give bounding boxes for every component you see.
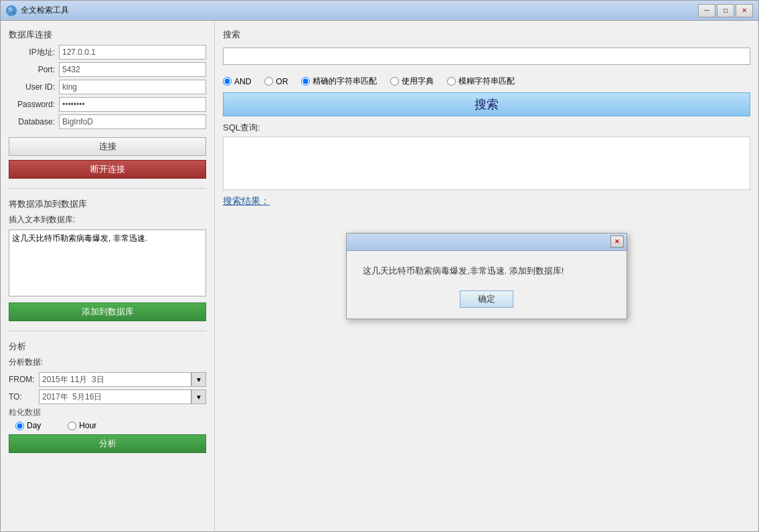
close-button[interactable]: ✕ [736, 4, 753, 17]
port-input[interactable] [59, 62, 206, 77]
left-panel: 数据库连接 IP地址: Port: User ID: Password: [1, 21, 215, 531]
granularity-options: Day Hour [9, 421, 206, 430]
maximize-button[interactable]: □ [717, 4, 734, 17]
minimize-button[interactable]: ─ [698, 4, 715, 17]
modal-titlebar: ✕ [347, 234, 626, 251]
add-to-db-button[interactable]: 添加到数据库 [9, 302, 206, 321]
db-section: 数据库连接 IP地址: Port: User ID: Password: [9, 29, 206, 179]
ip-input[interactable] [59, 45, 206, 60]
modal-footer: 确定 [363, 290, 610, 308]
from-row: FROM: ▼ [9, 372, 206, 387]
day-label: Day [27, 421, 41, 430]
modal-overlay: ✕ 这几天比特币勒索病毒爆发,非常迅速. 添加到数据库! 确定 [215, 21, 758, 531]
from-date-picker-button[interactable]: ▼ [191, 372, 206, 387]
userid-label: User ID: [9, 82, 59, 92]
window-title: 全文检索工具 [21, 5, 698, 16]
ip-label: IP地址: [9, 47, 59, 58]
add-data-section: 将数据添加到数据库 插入文本到数据库: 这几天比特币勒索病毒爆发, 非常迅速. … [9, 198, 206, 321]
from-label: FROM: [9, 375, 39, 384]
analyze-data-label: 分析数据: [9, 357, 206, 368]
day-radio-label[interactable]: Day [15, 421, 41, 430]
hour-radio[interactable] [68, 422, 76, 430]
from-date-input[interactable] [39, 372, 191, 387]
db-section-title: 数据库连接 [9, 29, 206, 41]
to-date-input[interactable] [39, 389, 191, 404]
modal-close-button[interactable]: ✕ [610, 236, 624, 248]
analysis-title: 分析 [9, 341, 206, 353]
password-label: Password: [9, 100, 59, 109]
day-radio[interactable] [15, 422, 24, 430]
database-input[interactable] [59, 114, 206, 129]
analysis-section: 分析 分析数据: FROM: ▼ TO: ▼ [9, 341, 206, 453]
to-date-picker-button[interactable]: ▼ [191, 389, 206, 404]
insert-label: 插入文本到数据库: [9, 214, 206, 226]
userid-input[interactable] [59, 80, 206, 94]
add-section-title: 将数据添加到数据库 [9, 198, 206, 210]
modal-body: 这几天比特币勒索病毒爆发,非常迅速. 添加到数据库! 确定 [347, 251, 626, 319]
title-bar: 🔍 全文检索工具 ─ □ ✕ [1, 1, 758, 21]
ip-row: IP地址: [9, 45, 206, 60]
modal-message: 这几天比特币勒索病毒爆发,非常迅速. 添加到数据库! [363, 264, 610, 278]
hour-radio-label[interactable]: Hour [68, 421, 96, 430]
connect-button[interactable]: 连接 [9, 137, 206, 156]
main-window: 🔍 全文检索工具 ─ □ ✕ 数据库连接 IP地址: Port: [0, 0, 759, 532]
modal-ok-button[interactable]: 确定 [460, 290, 513, 308]
database-label: Database: [9, 117, 59, 126]
modal-dialog: ✕ 这几天比特币勒索病毒爆发,非常迅速. 添加到数据库! 确定 [346, 233, 627, 320]
insert-textarea[interactable]: 这几天比特币勒索病毒爆发, 非常迅速. [9, 230, 206, 296]
hour-label: Hour [79, 421, 96, 430]
window-controls: ─ □ ✕ [698, 4, 753, 17]
to-row: TO: ▼ [9, 389, 206, 404]
password-row: Password: [9, 97, 206, 112]
password-input[interactable] [59, 97, 206, 112]
port-row: Port: [9, 62, 206, 77]
userid-row: User ID: [9, 80, 206, 94]
granularity-section: 粒化数据 Day Hour [9, 407, 206, 430]
port-label: Port: [9, 65, 59, 74]
analyze-button[interactable]: 分析 [9, 434, 206, 453]
disconnect-button[interactable]: 断开连接 [9, 160, 206, 179]
app-icon: 🔍 [6, 5, 17, 16]
granularity-title: 粒化数据 [9, 407, 206, 418]
right-panel: 搜索 AND OR 精确的字符串匹配 使用字 [215, 21, 758, 531]
database-row: Database: [9, 114, 206, 129]
to-label: TO: [9, 392, 39, 402]
